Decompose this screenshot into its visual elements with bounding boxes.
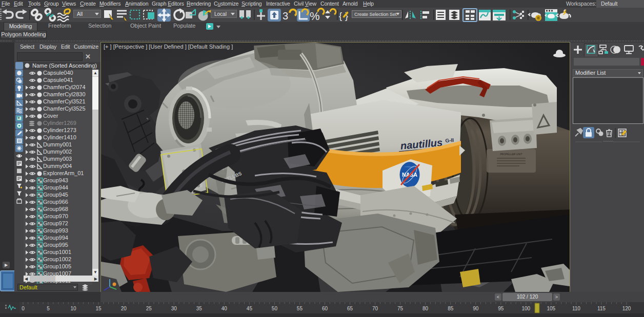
- svg-text:120: 120: [622, 306, 631, 311]
- svg-text:PROPELLER UNIT: PROPELLER UNIT: [500, 153, 522, 156]
- svg-text:70: 70: [372, 306, 378, 311]
- svg-text:G-II: G-II: [445, 137, 454, 143]
- svg-text:50: 50: [272, 306, 278, 311]
- svg-text:20: 20: [121, 306, 127, 311]
- svg-text:{: {: [339, 11, 342, 21]
- svg-text:75: 75: [397, 306, 404, 311]
- svg-text:40: 40: [222, 306, 228, 311]
- svg-text:45: 45: [247, 306, 253, 311]
- svg-text:85: 85: [448, 306, 454, 311]
- svg-text:105: 105: [547, 306, 555, 311]
- svg-text:30: 30: [171, 306, 177, 311]
- svg-text:5: 5: [47, 306, 50, 311]
- svg-text:25: 25: [146, 306, 152, 311]
- svg-text:80: 80: [422, 306, 429, 311]
- svg-text:115: 115: [597, 306, 606, 311]
- svg-text:3: 3: [283, 10, 288, 22]
- svg-text:60: 60: [322, 306, 328, 311]
- svg-text:55: 55: [297, 306, 303, 311]
- svg-text:35: 35: [196, 306, 203, 311]
- svg-text:95: 95: [498, 306, 504, 311]
- svg-text:10: 10: [71, 306, 77, 311]
- svg-text:0: 0: [22, 306, 25, 311]
- svg-text:65: 65: [347, 306, 353, 311]
- svg-text:15: 15: [96, 306, 102, 311]
- svg-text:110: 110: [572, 306, 580, 311]
- svg-text:100: 100: [521, 306, 530, 311]
- svg-text:90: 90: [473, 306, 479, 311]
